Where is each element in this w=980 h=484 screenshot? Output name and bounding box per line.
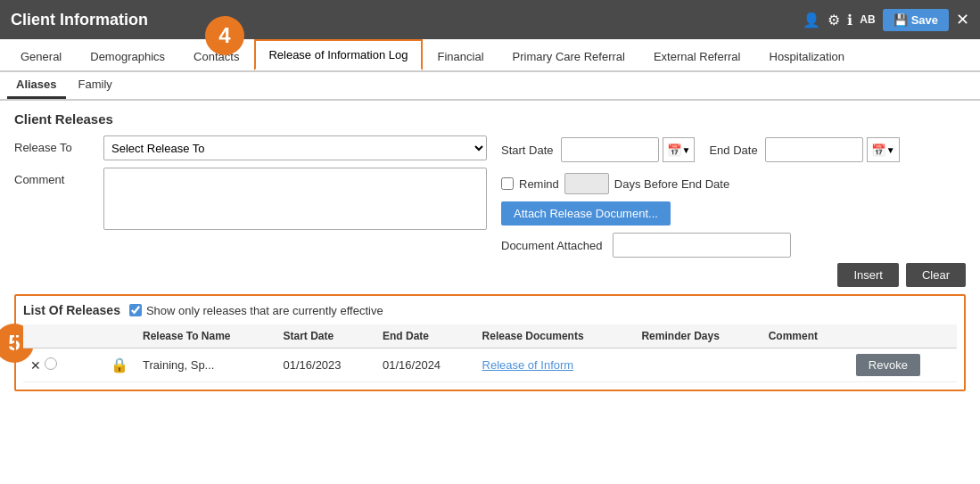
main-content: Client Releases Release To Select Releas… (0, 101, 980, 484)
doc-attached-label: Document Attached (501, 239, 602, 252)
calendar-icon: 📅 (667, 144, 682, 157)
list-section-wrapper: 5 List Of Releases Show only releases th… (14, 294, 966, 391)
end-date-input[interactable] (765, 137, 863, 162)
end-date-calendar-button[interactable]: 📅 ▼ (867, 137, 900, 162)
attach-row: Attach Release Document... (501, 201, 966, 226)
row-lock-cell: 🔒 (103, 349, 136, 382)
revoke-button[interactable]: Revoke (856, 354, 920, 376)
header-icons: 👤 ⚙ ℹ AB 💾 Save ✕ (803, 9, 969, 31)
col-header-actions (23, 324, 77, 349)
table-row: ✕ 🔒 Training, Sp... 01/16/2023 01/16/202… (23, 349, 957, 382)
remind-group: Remind Days Before End Date (501, 173, 966, 194)
row-end-date-cell: 01/16/2024 (375, 349, 475, 382)
col-header-lock (103, 324, 136, 349)
tab-demographics[interactable]: Demographics (77, 42, 178, 70)
col-header-start-date: Start Date (276, 324, 376, 349)
end-date-arrow: ▼ (886, 145, 895, 155)
col-header-reminder-days: Reminder Days (634, 324, 761, 349)
tab-family[interactable]: Family (70, 72, 121, 99)
delete-row-button[interactable]: ✕ (30, 358, 41, 373)
col-header-release-to-name: Release To Name (136, 324, 276, 349)
section-title: Client Releases (14, 111, 966, 127)
start-date-arrow: ▼ (682, 145, 691, 155)
table-body: ✕ 🔒 Training, Sp... 01/16/2023 01/16/202… (23, 349, 957, 382)
tab-general[interactable]: General (7, 42, 75, 70)
tab-external-referral[interactable]: External Referral (640, 42, 754, 70)
start-date-calendar-button[interactable]: 📅 ▼ (663, 137, 696, 162)
days-before-label: Days Before End Date (614, 177, 729, 191)
ab-icon: AB (860, 13, 875, 26)
app-title: Client Information (11, 11, 148, 29)
insert-button[interactable]: Insert (837, 263, 899, 287)
col-header-revoke (849, 324, 957, 349)
save-button[interactable]: 💾 Save (883, 9, 949, 31)
tab-hospitalization[interactable]: Hospitalization (756, 42, 859, 70)
row-reminder-cell (634, 349, 761, 382)
comment-textarea[interactable] (103, 168, 487, 230)
action-buttons-row: Insert Clear (14, 263, 966, 287)
releases-table: Release To Name Start Date End Date Rele… (23, 324, 957, 382)
start-date-label: Start Date (501, 144, 554, 157)
row-start-date-cell: 01/16/2023 (276, 349, 376, 382)
clear-button[interactable]: Clear (906, 263, 966, 287)
settings-icon[interactable]: ⚙ (828, 12, 840, 29)
start-date-input[interactable] (561, 137, 659, 162)
doc-attached-row: Document Attached (501, 233, 966, 258)
col-header-release-docs: Release Documents (475, 324, 635, 349)
end-date-label: End Date (709, 144, 757, 157)
col-header-icon (77, 324, 103, 349)
list-section-header: List Of Releases Show only releases that… (23, 303, 957, 317)
list-of-releases-section: List Of Releases Show only releases that… (14, 294, 966, 391)
tabs-row2: Aliases Family (0, 72, 980, 101)
comment-label: Comment (14, 168, 103, 186)
start-date-group: Start Date 📅 ▼ (501, 137, 695, 162)
tabs-row1: General Demographics Contacts Release of… (0, 39, 980, 72)
info-icon[interactable]: ℹ (847, 12, 852, 29)
calendar-icon2: 📅 (871, 144, 886, 157)
doc-attached-input[interactable] (613, 233, 791, 258)
tab-primary-care[interactable]: Primary Care Referral (499, 42, 638, 70)
app-header: Client Information 4 👤 ⚙ ℹ AB 💾 Save ✕ (0, 0, 980, 39)
row-documents-cell: Release of Inform (475, 349, 635, 382)
remind-checkbox[interactable] (501, 177, 514, 190)
row-icon-cell (77, 349, 103, 382)
row-radio[interactable] (45, 357, 57, 370)
row-name-cell: Training, Sp... (136, 349, 276, 382)
effective-only-checkbox-label[interactable]: Show only releases that are currently ef… (129, 304, 383, 317)
release-to-field: Select Release To (103, 135, 487, 160)
tab-aliases[interactable]: Aliases (7, 72, 66, 99)
remind-label: Remind (519, 177, 559, 191)
lock-icon: 🔒 (111, 357, 128, 373)
close-icon[interactable]: ✕ (956, 10, 969, 29)
row-revoke-cell: Revoke (849, 349, 957, 382)
effective-only-checkbox[interactable] (129, 304, 142, 316)
release-to-row: Release To Select Release To (14, 135, 487, 160)
attach-document-button[interactable]: Attach Release Document... (501, 201, 671, 226)
comment-field (103, 168, 487, 233)
table-header: Release To Name Start Date End Date Rele… (23, 324, 957, 349)
end-date-group: End Date 📅 ▼ (709, 137, 899, 162)
col-header-end-date: End Date (375, 324, 475, 349)
release-to-label: Release To (14, 135, 103, 154)
col-header-comment: Comment (762, 324, 849, 349)
tab-financial[interactable]: Financial (424, 42, 498, 70)
save-disk-icon: 💾 (894, 13, 908, 27)
save-label: Save (911, 13, 938, 27)
row-actions-cell: ✕ (23, 349, 77, 382)
comment-row: Comment (14, 168, 487, 233)
document-link[interactable]: Release of Inform (482, 358, 574, 372)
tab-release-info-log[interactable]: Release of Information Log (254, 39, 422, 70)
list-title: List Of Releases (23, 303, 120, 317)
remind-days-input[interactable] (564, 173, 609, 194)
row-comment-cell (762, 349, 849, 382)
step4-badge: 4 (205, 16, 244, 55)
release-to-select[interactable]: Select Release To (103, 135, 487, 160)
user-icon[interactable]: 👤 (803, 12, 820, 29)
effective-only-label: Show only releases that are currently ef… (146, 304, 383, 317)
